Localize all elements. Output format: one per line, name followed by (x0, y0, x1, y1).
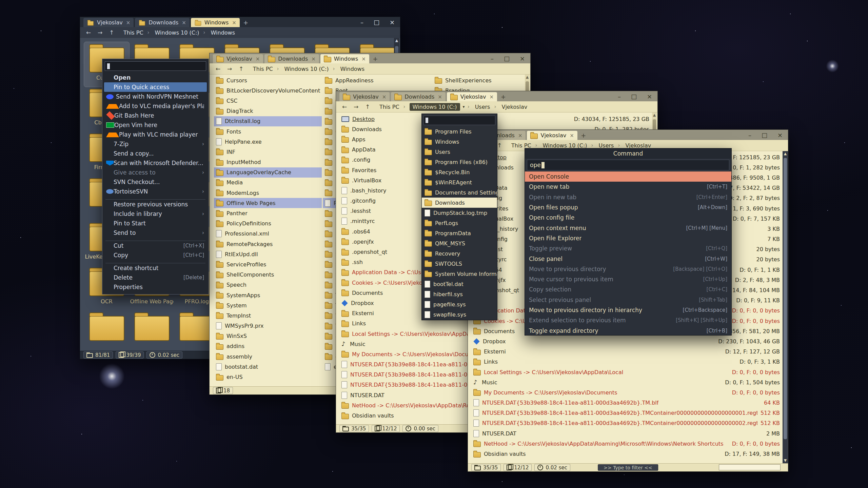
dropdown-item[interactable]: swapfile.sys (422, 309, 497, 320)
command-item[interactable]: Open Console (525, 171, 731, 182)
tab-close-icon[interactable]: × (232, 20, 236, 26)
tab-close-icon[interactable]: × (361, 56, 366, 62)
file-row[interactable]: RemotePackages (214, 239, 322, 249)
status-filter-input[interactable] (719, 464, 781, 470)
grid-cell[interactable] (129, 310, 174, 351)
scrollbar-thumb[interactable] (784, 158, 787, 439)
maximize-button[interactable]: □ (504, 55, 510, 62)
file-row[interactable]: WinSxS (214, 331, 322, 341)
close-button[interactable]: × (777, 131, 783, 139)
tab-close-icon[interactable]: × (438, 94, 442, 100)
file-row[interactable]: bootstat.dat (214, 362, 322, 372)
dropdown-item[interactable]: $Recycle.Bin (422, 167, 497, 177)
type-to-filter-hint[interactable]: >> Type to filter << (598, 464, 658, 471)
maximize-button[interactable]: □ (762, 131, 767, 139)
file-row[interactable]: ShellExperiences (433, 75, 524, 85)
dropdown-item[interactable]: pagefile.sys (422, 299, 497, 309)
scroll-up-icon[interactable]: ▲ (653, 113, 656, 118)
minimize-button[interactable]: – (748, 131, 751, 139)
command-item[interactable]: Toggle expand directory [Ctrl+B] (525, 325, 731, 336)
file-row[interactable]: CSC (214, 96, 322, 106)
tab[interactable]: Vjekoslav × (447, 92, 497, 101)
breadcrumb-item[interactable]: This PC (378, 103, 401, 111)
command-palette-input[interactable]: ope (527, 160, 729, 170)
tab[interactable]: Vjekoslav × (83, 18, 134, 27)
command-item[interactable]: Open new tab [Ctrl+T] (525, 182, 731, 192)
menu-item[interactable]: Include in library › (104, 209, 207, 219)
back-button[interactable]: ← (340, 103, 349, 111)
tab-close-icon[interactable]: × (490, 94, 494, 100)
file-row[interactable]: Offline Web Pages (214, 198, 322, 208)
command-item[interactable]: Copy selection [Ctrl+C] (525, 284, 731, 294)
maximize-button[interactable]: □ (631, 93, 637, 100)
tab-close-icon[interactable]: × (382, 94, 387, 100)
command-item[interactable]: Open files popup [Alt+Down] (525, 202, 731, 212)
dropdown-item[interactable]: bootTel.dat (422, 279, 497, 289)
menu-item[interactable]: Open (104, 73, 207, 82)
file-row[interactable]: RtlExUpd.dll (214, 249, 322, 259)
menu-item[interactable]: Restore previous versions (104, 200, 207, 209)
file-row[interactable]: en-US (214, 372, 322, 382)
command-item[interactable]: Extend selection to previous item [Shift… (525, 315, 731, 325)
file-row[interactable]: TempInst (214, 310, 322, 321)
minimize-button[interactable]: – (618, 93, 621, 100)
command-item[interactable]: Open context menu [Ctrl+M] [Menu] (525, 223, 731, 233)
maximize-button[interactable]: □ (374, 19, 379, 26)
menu-item[interactable]: Add to VLC media player's Playlist (104, 101, 207, 111)
scroll-down-icon[interactable]: ▼ (784, 458, 787, 463)
dropdown-item[interactable]: QMK_MSYS (422, 238, 497, 248)
file-row[interactable]: INF (214, 147, 322, 157)
forward-button[interactable]: → (352, 103, 360, 111)
dropdown-item[interactable]: ProgramData (422, 228, 497, 238)
file-row[interactable]: Media (214, 178, 322, 188)
breadcrumb-item[interactable]: › Vjekoslav (493, 103, 529, 111)
breadcrumb-item[interactable]: This PC (252, 65, 274, 73)
tab-close-icon[interactable]: × (311, 56, 316, 62)
file-row[interactable]: assembly (214, 351, 322, 362)
tab[interactable]: Vjekoslav × (527, 131, 577, 140)
new-tab-button[interactable]: + (371, 55, 379, 63)
command-item[interactable]: Move to previous directory in hierarchy … (525, 305, 731, 315)
back-button[interactable]: ← (84, 28, 93, 37)
command-item[interactable]: Open in new tab [Ctrl+Enter] (525, 192, 731, 202)
tab[interactable]: Windows × (191, 18, 240, 27)
file-row[interactable]: Cursors (214, 75, 322, 85)
scrollbar[interactable]: ▲ ▼ (783, 151, 788, 463)
menu-item[interactable]: 7-Zip › (104, 139, 207, 149)
file-row[interactable]: Panther (214, 208, 322, 218)
menu-item[interactable]: Properties (104, 282, 207, 292)
file-row[interactable]: Dropbox D: 230, F: 1043, 46 GB (468, 336, 788, 346)
close-button[interactable]: × (390, 19, 395, 26)
breadcrumb-item[interactable]: This PC (122, 29, 145, 37)
menu-item[interactable]: Git Bash Here (104, 111, 207, 120)
tab-close-icon[interactable]: × (182, 20, 186, 26)
tab[interactable]: Vjekoslav × (213, 54, 263, 63)
tab[interactable]: Windows × (320, 54, 369, 63)
menu-item[interactable]: SVN Checkout... (104, 177, 207, 187)
tab-close-icon[interactable]: × (570, 133, 574, 139)
tab[interactable]: Downloads × (264, 54, 319, 63)
forward-button[interactable]: → (96, 28, 104, 37)
file-row[interactable]: NTUSER.DAT 2 MB (468, 428, 788, 439)
dropdown-item[interactable]: Windows (422, 137, 497, 147)
file-row[interactable]: Fonts (214, 126, 322, 137)
file-row[interactable]: addins (214, 341, 322, 351)
new-tab-button[interactable]: + (579, 131, 588, 139)
breadcrumb-item[interactable]: › Windows 10 (C:) (146, 29, 201, 37)
file-row[interactable]: LanguageOverlayCache (214, 167, 322, 178)
close-button[interactable]: × (520, 55, 525, 62)
file-row[interactable]: NTUSER.DAT{53b39e88-18c4-11ea-a811-000d3… (468, 418, 788, 428)
breadcrumb-item[interactable]: › Windows 10 (C:) ▾ (402, 103, 465, 111)
file-row[interactable]: HelpPane.exe (214, 137, 322, 147)
minimize-button[interactable]: – (491, 55, 494, 62)
file-row[interactable]: System (214, 300, 322, 310)
file-row[interactable]: Eksterni D: 12, F: 127, 12 GB (468, 347, 788, 357)
menu-item[interactable]: Send with NordVPN Meshnet (104, 92, 207, 101)
menu-item[interactable] (105, 196, 205, 200)
file-row[interactable]: My Documents -> C:\Users\Vjekoslav\Docum… (468, 387, 788, 398)
menu-item[interactable]: Scan with Microsoft Defender... (104, 158, 207, 168)
up-button[interactable]: ↑ (107, 28, 116, 37)
tab[interactable]: Downloads × (391, 92, 445, 101)
forward-button[interactable]: → (225, 65, 234, 73)
file-row[interactable]: InputMethod (214, 157, 322, 167)
